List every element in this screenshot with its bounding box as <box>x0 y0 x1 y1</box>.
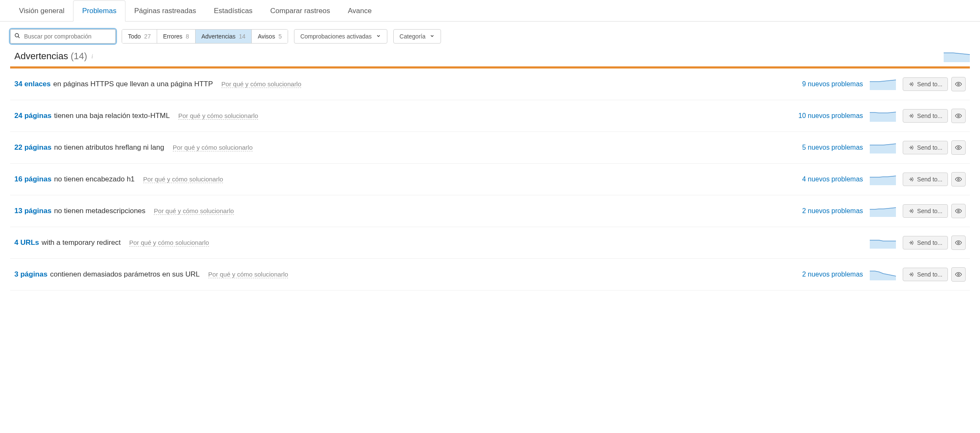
tab-1[interactable]: Problemas <box>73 0 125 22</box>
search-box <box>10 29 116 44</box>
why-link[interactable]: Por qué y cómo solucionarlo <box>221 80 301 88</box>
send-to-button[interactable]: Send to... <box>903 77 948 91</box>
issue-text: 22 páginasno tienen atributos hreflang n… <box>14 143 795 152</box>
why-link[interactable]: Por qué y cómo solucionarlo <box>143 175 223 183</box>
visibility-button[interactable] <box>951 204 966 218</box>
filter-label: Advertencias <box>201 33 236 40</box>
issue-desc: with a temporary redirect <box>42 238 121 247</box>
visibility-button[interactable] <box>951 267 966 282</box>
issue-list: 34 enlacesen páginas HTTPS que llevan a … <box>0 69 980 290</box>
filter-1[interactable]: Errores8 <box>157 30 196 43</box>
new-problems[interactable]: 2 nuevos problemas <box>802 207 863 215</box>
issue-row: 4 URLswith a temporary redirectPor qué y… <box>10 227 970 259</box>
section-count: (14) <box>71 51 87 62</box>
send-to-button[interactable]: Send to... <box>903 109 948 123</box>
issue-row: 34 enlacesen páginas HTTPS que llevan a … <box>10 69 970 100</box>
filter-count: 8 <box>186 33 189 40</box>
issue-lead[interactable]: 3 páginas <box>14 270 47 279</box>
search-input[interactable] <box>10 29 116 44</box>
chevron-down-icon <box>376 33 381 40</box>
visibility-button[interactable] <box>951 172 966 186</box>
issue-lead[interactable]: 24 páginas <box>14 112 52 120</box>
svg-marker-15 <box>870 271 896 280</box>
share-icon <box>908 81 914 87</box>
issue-lead[interactable]: 13 páginas <box>14 207 52 215</box>
search-icon <box>14 33 20 40</box>
issue-lead[interactable]: 34 enlaces <box>14 80 51 88</box>
send-to-button[interactable]: Send to... <box>903 268 948 281</box>
new-problems[interactable]: 9 nuevos problemas <box>802 80 863 88</box>
row-actions: Send to... <box>903 236 966 250</box>
share-icon <box>908 145 914 151</box>
filter-count: 14 <box>239 33 246 40</box>
info-icon[interactable]: i <box>91 53 93 60</box>
issue-text: 16 páginasno tienen encabezado h1Por qué… <box>14 175 795 184</box>
issue-desc: tienen una baja relación texto-HTML <box>54 112 170 120</box>
row-sparkline <box>870 110 896 122</box>
share-icon <box>908 271 914 277</box>
svg-point-6 <box>958 115 959 117</box>
visibility-button[interactable] <box>951 109 966 123</box>
send-to-button[interactable]: Send to... <box>903 173 948 186</box>
tab-3[interactable]: Estadísticas <box>205 0 261 22</box>
new-problems[interactable]: 4 nuevos problemas <box>802 175 863 183</box>
visibility-button[interactable] <box>951 140 966 155</box>
why-link[interactable]: Por qué y cómo solucionarlo <box>129 239 209 247</box>
issue-row: 16 páginasno tienen encabezado h1Por qué… <box>10 164 970 195</box>
why-link[interactable]: Por qué y cómo solucionarlo <box>154 207 234 215</box>
tab-5[interactable]: Avance <box>339 0 381 22</box>
issue-desc: no tienen atributos hreflang ni lang <box>54 143 164 152</box>
share-icon <box>908 240 914 246</box>
issue-desc: no tienen encabezado h1 <box>54 175 135 184</box>
eye-icon <box>955 239 962 246</box>
filter-label: Todo <box>128 33 141 40</box>
tab-4[interactable]: Comparar rastreos <box>261 0 339 22</box>
new-problems[interactable]: 5 nuevos problemas <box>802 144 863 151</box>
eye-icon <box>955 208 962 214</box>
category-dropdown[interactable]: Categoría <box>393 29 441 44</box>
checks-dropdown[interactable]: Comprobaciones activadas <box>294 29 387 44</box>
send-to-button[interactable]: Send to... <box>903 204 948 218</box>
main-tabs: Visión generalProblemasPáginas rastreada… <box>0 0 980 22</box>
svg-point-14 <box>958 242 959 244</box>
send-to-button[interactable]: Send to... <box>903 236 948 249</box>
svg-point-10 <box>958 178 959 180</box>
filter-0[interactable]: Todo27 <box>122 30 157 43</box>
new-problems[interactable]: 10 nuevos problemas <box>798 112 863 120</box>
category-dropdown-label: Categoría <box>400 33 425 40</box>
why-link[interactable]: Por qué y cómo solucionarlo <box>173 144 253 151</box>
row-actions: Send to... <box>903 109 966 123</box>
filter-label: Avisos <box>258 33 275 40</box>
issue-desc: contienen demasiados parámetros en sus U… <box>50 270 199 279</box>
filter-label: Errores <box>163 33 182 40</box>
svg-marker-5 <box>870 112 896 122</box>
svg-point-12 <box>958 210 959 212</box>
tab-0[interactable]: Visión general <box>10 0 73 22</box>
issue-text: 24 páginastienen una baja relación texto… <box>14 112 792 120</box>
filter-2[interactable]: Advertencias14 <box>196 30 252 43</box>
svg-point-4 <box>958 83 959 85</box>
row-actions: Send to... <box>903 140 966 155</box>
filter-group: Todo27Errores8Advertencias14Avisos5 <box>122 29 288 44</box>
send-to-button[interactable]: Send to... <box>903 141 948 154</box>
new-problems[interactable]: 2 nuevos problemas <box>802 271 863 278</box>
row-sparkline <box>870 78 896 90</box>
svg-point-0 <box>15 33 19 37</box>
row-sparkline <box>870 269 896 280</box>
row-actions: Send to... <box>903 172 966 186</box>
filter-3[interactable]: Avisos5 <box>252 30 288 43</box>
issue-lead[interactable]: 4 URLs <box>14 238 39 247</box>
issue-lead[interactable]: 16 páginas <box>14 175 52 184</box>
row-actions: Send to... <box>903 267 966 282</box>
issue-lead[interactable]: 22 páginas <box>14 143 52 152</box>
issue-row: 3 páginascontienen demasiados parámetros… <box>10 259 970 290</box>
share-icon <box>908 208 914 214</box>
filter-count: 5 <box>278 33 282 40</box>
visibility-button[interactable] <box>951 236 966 250</box>
why-link[interactable]: Por qué y cómo solucionarlo <box>208 271 288 278</box>
row-sparkline <box>870 237 896 249</box>
tab-2[interactable]: Páginas rastreadas <box>125 0 205 22</box>
visibility-button[interactable] <box>951 77 966 91</box>
why-link[interactable]: Por qué y cómo solucionarlo <box>178 112 258 120</box>
share-icon <box>908 176 914 182</box>
